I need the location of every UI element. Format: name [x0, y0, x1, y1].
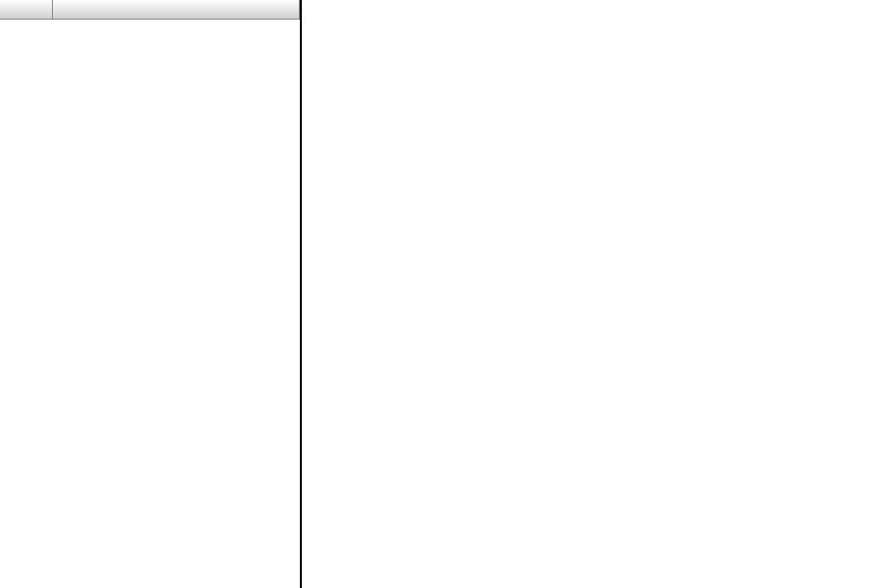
col-header-id[interactable]: [0, 0, 53, 19]
task-table: [0, 0, 302, 588]
gantt-app: [0, 0, 877, 588]
table-body: [0, 20, 300, 588]
table-header: [0, 0, 300, 20]
gantt-chart[interactable]: [302, 0, 877, 588]
col-header-name[interactable]: [53, 0, 300, 19]
timeline-header: [302, 0, 877, 20]
chart-area[interactable]: [302, 20, 877, 588]
